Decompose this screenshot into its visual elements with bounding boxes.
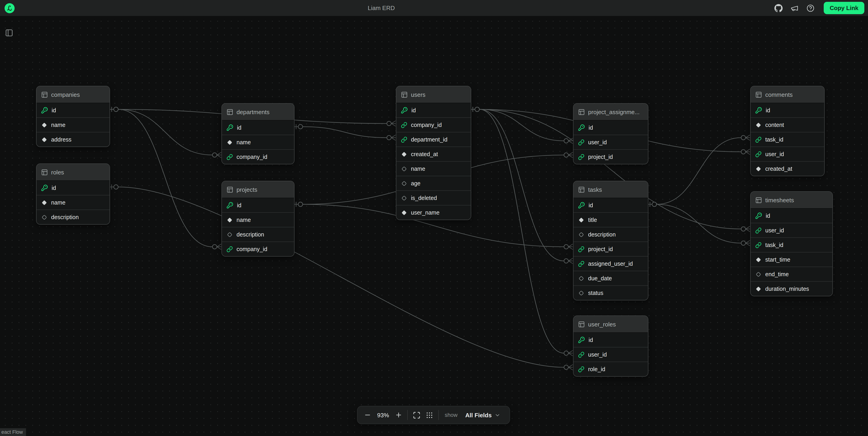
table-fields: iduser_idrole_id [574, 332, 648, 376]
table-node-project_assignments[interactable]: project_assignme...iduser_idproject_id [573, 103, 648, 164]
table-header[interactable]: comments [751, 86, 824, 103]
table-header[interactable]: timesheets [751, 192, 832, 208]
zoom-in-button[interactable] [395, 411, 402, 419]
field-row-task_id[interactable]: task_id [751, 238, 832, 252]
foreign-key-icon [755, 136, 762, 143]
field-row-id[interactable]: id [574, 121, 648, 135]
field-name: id [766, 107, 770, 114]
table-node-companies[interactable]: companiesidnameaddress [36, 86, 110, 147]
table-node-users[interactable]: usersidcompany_iddepartment_idcreated_at… [396, 86, 471, 220]
show-mode-value: All Fields [465, 412, 492, 418]
field-row-is_deleted[interactable]: is_deleted [396, 190, 471, 205]
field-row-description[interactable]: description [574, 227, 648, 242]
primary-key-icon [755, 212, 762, 219]
field-row-department_id[interactable]: department_id [396, 132, 471, 147]
table-node-comments[interactable]: commentsidcontenttask_iduser_idcreated_a… [750, 86, 825, 176]
react-flow-attribution[interactable]: eact Flow [0, 428, 26, 436]
field-row-name[interactable]: name [222, 212, 294, 227]
field-row-id[interactable]: id [751, 209, 832, 223]
field-row-address[interactable]: address [36, 132, 110, 147]
field-row-user_id[interactable]: user_id [751, 147, 824, 161]
nullable-icon [401, 195, 407, 201]
field-row-user_id[interactable]: user_id [574, 347, 648, 362]
field-row-created_at[interactable]: created_at [751, 161, 824, 176]
field-row-task_id[interactable]: task_id [751, 132, 824, 147]
field-row-duration_minutes[interactable]: duration_minutes [751, 281, 832, 296]
field-row-name[interactable]: name [222, 135, 294, 149]
fit-view-button[interactable] [413, 411, 421, 419]
field-row-name[interactable]: name [396, 161, 471, 176]
table-node-projects[interactable]: projectsidnamedescriptioncompany_id [221, 181, 294, 256]
field-row-id[interactable]: id [751, 103, 824, 117]
field-row-id[interactable]: id [574, 333, 648, 347]
field-row-role_id[interactable]: role_id [574, 362, 648, 376]
table-header[interactable]: companies [36, 86, 110, 103]
field-row-project_id[interactable]: project_id [574, 149, 648, 164]
table-header[interactable]: projects [222, 181, 294, 198]
show-mode-dropdown[interactable]: All Fields [463, 411, 503, 419]
field-row-status[interactable]: status [574, 285, 648, 300]
table-header[interactable]: users [396, 86, 471, 103]
table-node-departments[interactable]: departmentsidnamecompany_id [221, 103, 294, 164]
table-header[interactable]: project_assignme... [574, 104, 648, 120]
field-row-description[interactable]: description [36, 210, 110, 224]
field-row-user_id[interactable]: user_id [574, 135, 648, 149]
field-row-start_time[interactable]: start_time [751, 252, 832, 267]
field-row-company_id[interactable]: company_id [222, 149, 294, 164]
field-row-id[interactable]: id [222, 198, 294, 212]
field-row-name[interactable]: name [36, 117, 110, 132]
field-name: address [51, 136, 71, 143]
field-row-company_id[interactable]: company_id [222, 242, 294, 256]
megaphone-icon[interactable] [790, 4, 799, 12]
field-name: created_at [765, 165, 792, 172]
field-row-end_time[interactable]: end_time [751, 267, 832, 281]
field-row-name[interactable]: name [36, 195, 110, 210]
sidebar-toggle-button[interactable] [4, 27, 14, 38]
table-node-roles[interactable]: rolesidnamedescription [36, 163, 110, 225]
table-fields: idnamecompany_id [222, 120, 294, 164]
primary-key-icon [41, 107, 48, 114]
table-header[interactable]: tasks [574, 181, 648, 198]
table-fields: idcompany_iddepartment_idcreated_atnamea… [396, 103, 471, 220]
field-row-id[interactable]: id [36, 103, 110, 117]
tidy-up-button[interactable] [426, 411, 433, 419]
table-header[interactable]: departments [222, 104, 294, 120]
table-node-user_roles[interactable]: user_rolesiduser_idrole_id [573, 315, 648, 377]
field-row-user_id[interactable]: user_id [751, 223, 832, 238]
table-fields: iduser_idproject_id [574, 120, 648, 164]
erd-canvas[interactable]: companiesidnameaddressrolesidnamedescrip… [0, 16, 868, 436]
zoom-out-button[interactable] [364, 411, 371, 419]
liam-logo[interactable]: ℒ [5, 3, 14, 13]
table-header[interactable]: roles [36, 164, 110, 180]
foreign-key-icon [755, 227, 762, 233]
field-row-title[interactable]: title [574, 212, 648, 227]
field-row-created_at[interactable]: created_at [396, 147, 471, 161]
table-name: users [411, 91, 426, 98]
table-node-timesheets[interactable]: timesheetsiduser_idtask_idstart_timeend_… [750, 191, 833, 296]
field-row-id[interactable]: id [222, 121, 294, 135]
help-icon[interactable] [806, 4, 814, 12]
field-name: title [588, 217, 597, 223]
field-row-due_date[interactable]: due_date [574, 271, 648, 285]
field-row-project_id[interactable]: project_id [574, 242, 648, 256]
copy-link-button[interactable]: Copy Link [824, 2, 864, 14]
table-node-tasks[interactable]: tasksidtitledescriptionproject_idassigne… [573, 181, 648, 301]
field-name: id [766, 213, 770, 219]
field-row-user_name[interactable]: user_name [396, 205, 471, 220]
table-icon [401, 91, 408, 98]
field-row-company_id[interactable]: company_id [396, 117, 471, 132]
field-row-content[interactable]: content [751, 117, 824, 132]
table-header[interactable]: user_roles [574, 316, 648, 332]
field-row-id[interactable]: id [36, 181, 110, 195]
primary-key-icon [401, 107, 408, 114]
field-name: id [237, 124, 241, 131]
field-name: user_id [588, 139, 607, 146]
field-row-id[interactable]: id [574, 198, 648, 212]
field-row-description[interactable]: description [222, 227, 294, 242]
field-row-assigned_user_id[interactable]: assigned_user_id [574, 256, 648, 271]
field-row-id[interactable]: id [396, 103, 471, 117]
not-null-icon [41, 122, 48, 128]
table-fields: idnamedescriptioncompany_id [222, 198, 294, 256]
github-icon[interactable] [774, 4, 783, 12]
field-row-age[interactable]: age [396, 176, 471, 190]
